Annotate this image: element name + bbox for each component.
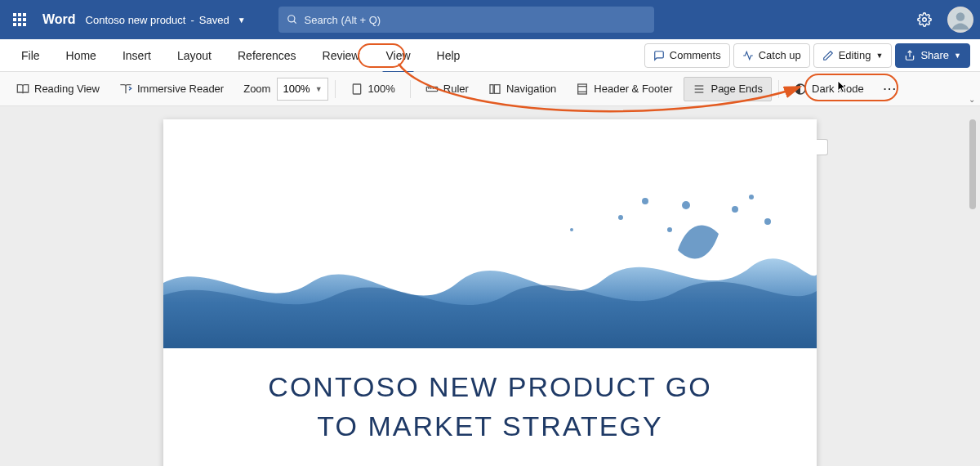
tab-review[interactable]: Review xyxy=(311,44,372,67)
svg-line-10 xyxy=(293,21,296,24)
title-bar: Word Contoso new product - Saved ▼ Searc… xyxy=(0,0,980,39)
chevron-down-icon: ▼ xyxy=(954,52,961,60)
comment-icon xyxy=(653,50,665,61)
ruler-button[interactable]: Ruler xyxy=(417,77,477,101)
share-button[interactable]: Share ▼ xyxy=(895,43,970,68)
navigation-button[interactable]: Navigation xyxy=(480,77,564,101)
header-footer-button[interactable]: Header & Footer xyxy=(568,77,680,101)
svg-rect-5 xyxy=(23,18,26,21)
svg-point-30 xyxy=(618,215,623,220)
svg-rect-16 xyxy=(426,87,437,91)
svg-rect-21 xyxy=(490,84,493,93)
ribbon-tabs: File Home Insert Layout References Revie… xyxy=(0,39,980,72)
water-splash-image xyxy=(163,185,817,348)
zoom-value: 100% xyxy=(283,83,310,95)
document-title-sep: - xyxy=(190,14,194,26)
svg-point-13 xyxy=(956,12,965,21)
search-input[interactable]: Search (Alt + Q) xyxy=(278,7,654,33)
zoom-100-label: 100% xyxy=(368,83,395,95)
tab-references[interactable]: References xyxy=(226,44,308,67)
svg-rect-23 xyxy=(578,84,587,94)
scroll-thumb[interactable] xyxy=(969,119,976,209)
editing-mode-button[interactable]: Editing ▼ xyxy=(813,43,893,68)
user-avatar[interactable] xyxy=(947,7,973,33)
reading-view-label: Reading View xyxy=(34,83,100,95)
pencil-icon xyxy=(822,50,834,61)
heading-line-2: TO MARKET STRATEGY xyxy=(317,410,662,441)
page-ends-button[interactable]: Page Ends xyxy=(684,77,772,101)
ruler-icon xyxy=(425,83,439,96)
svg-point-36 xyxy=(749,195,754,199)
document-title-group[interactable]: Contoso new product - Saved ▼ xyxy=(86,14,246,26)
comments-button[interactable]: Comments xyxy=(644,43,730,68)
header-footer-icon xyxy=(576,83,589,96)
page-ends-label: Page Ends xyxy=(710,83,763,95)
tab-layout[interactable]: Layout xyxy=(166,44,223,67)
share-label: Share xyxy=(920,49,949,61)
tab-home[interactable]: Home xyxy=(55,44,108,67)
reading-view-button[interactable]: Reading View xyxy=(8,77,108,101)
ribbon-collapse-icon[interactable]: ⌄ xyxy=(969,95,975,104)
svg-rect-2 xyxy=(23,13,26,16)
ribbon-commands: Reading View Immersive Reader Zoom 100% … xyxy=(0,72,980,106)
svg-point-31 xyxy=(642,198,648,204)
gear-icon xyxy=(917,12,932,27)
immersive-reader-button[interactable]: Immersive Reader xyxy=(111,77,232,101)
page-ends-icon xyxy=(693,83,706,96)
app-launcher-icon[interactable] xyxy=(7,7,33,33)
svg-point-35 xyxy=(732,206,738,213)
vertical-scrollbar[interactable] xyxy=(969,113,977,461)
ruler-label: Ruler xyxy=(443,83,469,95)
document-heading[interactable]: CONTOSO NEW PRODUCT GO TO MARKET STRATEG… xyxy=(163,368,817,446)
zoom-combo[interactable]: 100% ▼ xyxy=(277,78,327,101)
svg-rect-0 xyxy=(13,13,16,16)
page-bookmark[interactable] xyxy=(817,139,828,155)
dark-mode-button[interactable]: Dark Mode xyxy=(786,77,872,101)
svg-rect-15 xyxy=(353,84,360,94)
svg-point-37 xyxy=(764,218,771,225)
document-status: Saved xyxy=(199,14,229,26)
document-title: Contoso new product xyxy=(86,14,186,26)
book-icon xyxy=(16,83,29,96)
catch-up-label: Catch up xyxy=(759,49,801,61)
document-page[interactable]: CONTOSO NEW PRODUCT GO TO MARKET STRATEG… xyxy=(163,119,817,466)
chevron-down-icon: ▼ xyxy=(315,85,323,93)
svg-point-38 xyxy=(570,228,573,231)
svg-point-9 xyxy=(287,16,294,22)
separator xyxy=(410,80,411,98)
document-canvas[interactable]: CONTOSO NEW PRODUCT GO TO MARKET STRATEG… xyxy=(0,106,980,466)
svg-rect-1 xyxy=(18,13,21,16)
overflow-button[interactable]: ··· xyxy=(875,77,906,101)
share-icon xyxy=(904,50,915,61)
page-icon xyxy=(350,83,363,96)
search-placeholder: Search (Alt + Q) xyxy=(305,14,381,26)
separator xyxy=(335,80,336,98)
svg-rect-7 xyxy=(18,23,21,26)
heading-line-1: CONTOSO NEW PRODUCT GO xyxy=(268,371,711,402)
zoom-100-button[interactable]: 100% xyxy=(342,77,403,101)
svg-point-32 xyxy=(667,227,672,232)
catch-up-button[interactable]: Catch up xyxy=(733,43,810,68)
tab-view[interactable]: View xyxy=(374,44,421,67)
tab-help[interactable]: Help xyxy=(425,44,472,67)
navigation-icon xyxy=(488,83,501,96)
dark-mode-label: Dark Mode xyxy=(812,83,864,95)
comments-label: Comments xyxy=(670,49,721,61)
search-icon xyxy=(287,14,298,25)
tab-file[interactable]: File xyxy=(10,44,51,67)
app-name: Word xyxy=(42,12,76,27)
svg-rect-6 xyxy=(13,23,16,26)
settings-button[interactable] xyxy=(911,7,938,33)
editing-label: Editing xyxy=(839,49,871,61)
dark-mode-icon xyxy=(794,83,807,96)
chevron-down-icon[interactable]: ▼ xyxy=(238,16,246,25)
chevron-down-icon: ▼ xyxy=(875,52,883,60)
svg-rect-3 xyxy=(13,18,16,21)
svg-rect-4 xyxy=(18,18,21,21)
navigation-label: Navigation xyxy=(506,83,556,95)
zoom-label: Zoom xyxy=(243,83,270,95)
tab-insert[interactable]: Insert xyxy=(111,44,163,67)
svg-point-33 xyxy=(682,201,690,209)
pulse-icon xyxy=(742,50,754,61)
immersive-reader-label: Immersive Reader xyxy=(137,83,224,95)
